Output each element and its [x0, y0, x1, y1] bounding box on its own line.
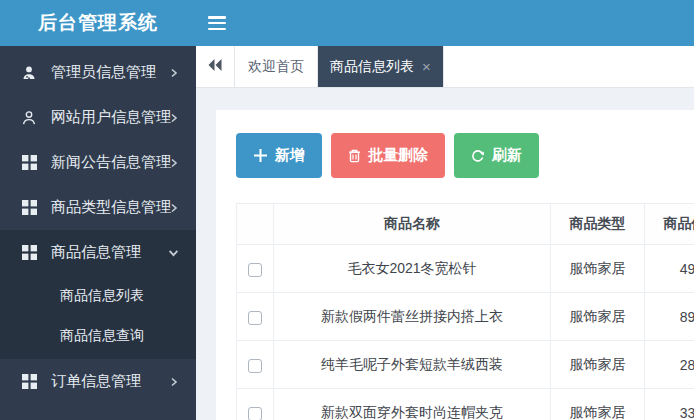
chevron-right-icon [169, 377, 179, 387]
product-type-cell: 服饰家居 [551, 293, 645, 341]
grid-icon [20, 245, 38, 260]
app-window: 后台管理系统 管理员信息管理 网站用户信息管理 [0, 0, 694, 420]
batch-delete-button-label: 批量删除 [368, 146, 428, 165]
content-area: 新增 批量删除 刷新 [196, 88, 694, 420]
product-name-cell: 纯羊毛呢子外套短款羊绒西装 [274, 341, 551, 389]
grid-icon [20, 200, 38, 215]
main-area: 欢迎首页 商品信息列表 × 新增 [196, 46, 694, 420]
row-checkbox[interactable] [248, 311, 262, 325]
table-row: 新款双面穿外套时尚连帽夹克 服饰家居 339 [237, 389, 694, 420]
column-header-name: 商品名称 [274, 204, 551, 245]
sidebar-item-orders[interactable]: 订单信息管理 [0, 359, 196, 404]
batch-delete-button[interactable]: 批量删除 [331, 133, 445, 178]
close-icon[interactable]: × [422, 59, 431, 74]
sidebar-item-label: 商品信息管理 [51, 243, 141, 262]
product-type-cell: 服饰家居 [551, 389, 645, 420]
refresh-button-label: 刷新 [492, 146, 522, 165]
product-name-cell: 新款双面穿外套时尚连帽夹克 [274, 389, 551, 420]
grid-icon [20, 155, 38, 170]
double-left-arrow-icon [207, 58, 223, 76]
chevron-right-icon [169, 113, 179, 123]
product-table: 商品名称 商品类型 商品价格 毛衣女2021冬宽松针 服饰家居 499 [236, 203, 694, 420]
column-header-price: 商品价格 [645, 204, 694, 245]
toolbar: 新增 批量删除 刷新 [236, 133, 694, 178]
row-checkbox[interactable] [248, 407, 262, 420]
sidebar-group-product-info: 商品信息管理 商品信息列表 商品信息查询 [0, 230, 196, 359]
refresh-icon [471, 149, 485, 163]
product-list-panel: 新增 批量删除 刷新 [216, 110, 694, 420]
admin-user-icon [20, 65, 38, 81]
product-price-cell: 499 [645, 245, 694, 293]
sidebar-subitem-product-query[interactable]: 商品信息查询 [0, 315, 196, 355]
product-name-cell: 毛衣女2021冬宽松针 [274, 245, 551, 293]
tab-bar: 欢迎首页 商品信息列表 × [196, 46, 694, 88]
tab-label: 商品信息列表 [330, 58, 414, 76]
trash-icon [348, 149, 361, 163]
table-row: 纯羊毛呢子外套短款羊绒西装 服饰家居 289 [237, 341, 694, 389]
sidebar-item-site-users[interactable]: 网站用户信息管理 [0, 95, 196, 140]
chevron-right-icon [169, 68, 179, 78]
product-price-cell: 339 [645, 389, 694, 420]
sidebar-item-label: 管理员信息管理 [51, 63, 156, 82]
add-button-label: 新增 [275, 146, 305, 165]
row-checkbox[interactable] [248, 263, 262, 277]
table-header-row: 商品名称 商品类型 商品价格 [237, 204, 694, 245]
product-type-cell: 服饰家居 [551, 245, 645, 293]
select-all-header [237, 204, 274, 245]
plus-icon [253, 148, 268, 163]
tab-product-list[interactable]: 商品信息列表 × [318, 46, 444, 87]
column-header-type: 商品类型 [551, 204, 645, 245]
user-outline-icon [20, 110, 38, 126]
sidebar-item-label: 订单信息管理 [51, 372, 141, 391]
sidebar-item-news[interactable]: 新闻公告信息管理 [0, 140, 196, 185]
table-row: 新款假两件蕾丝拼接内搭上衣 服饰家居 899 [237, 293, 694, 341]
add-button[interactable]: 新增 [236, 133, 322, 178]
product-name-cell: 新款假两件蕾丝拼接内搭上衣 [274, 293, 551, 341]
sidebar-subitem-product-list[interactable]: 商品信息列表 [0, 275, 196, 315]
row-checkbox[interactable] [248, 359, 262, 373]
sidebar-item-product-types[interactable]: 商品类型信息管理 [0, 185, 196, 230]
app-title: 后台管理系统 [0, 10, 196, 36]
hamburger-menu-icon[interactable] [208, 16, 226, 30]
collapse-tabs-button[interactable] [196, 46, 235, 87]
product-price-cell: 899 [645, 293, 694, 341]
sidebar-item-label: 网站用户信息管理 [51, 108, 171, 127]
tab-label: 欢迎首页 [248, 58, 304, 76]
sidebar: 管理员信息管理 网站用户信息管理 新闻公告信息管理 [0, 46, 196, 420]
grid-icon [20, 374, 38, 389]
product-type-cell: 服饰家居 [551, 341, 645, 389]
sidebar-item-admin-info[interactable]: 管理员信息管理 [0, 50, 196, 95]
refresh-button[interactable]: 刷新 [454, 133, 539, 178]
chevron-right-icon [169, 158, 179, 168]
product-price-cell: 289 [645, 341, 694, 389]
top-header: 后台管理系统 [0, 0, 694, 46]
table-row: 毛衣女2021冬宽松针 服饰家居 499 [237, 245, 694, 293]
sidebar-item-label: 商品类型信息管理 [51, 198, 171, 217]
sidebar-item-product-info[interactable]: 商品信息管理 [0, 230, 196, 275]
tab-welcome[interactable]: 欢迎首页 [235, 46, 318, 87]
sidebar-item-label: 新闻公告信息管理 [51, 153, 171, 172]
chevron-down-icon [168, 247, 179, 258]
chevron-right-icon [169, 203, 179, 213]
